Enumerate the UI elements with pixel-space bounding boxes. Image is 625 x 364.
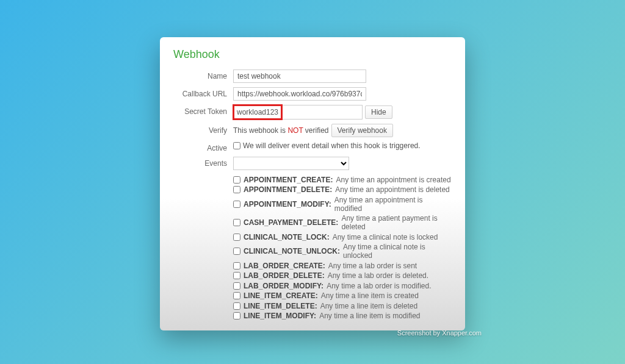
event-name: CLINICAL_NOTE_LOCK: [244,233,330,241]
label-url: Callback URL [173,87,233,98]
row-verify: Verify This webhook is NOT verified Veri… [173,124,452,137]
event-name: LAB_ORDER_CREATE: [244,262,325,270]
event-description: Any time a line item is modified [319,312,420,320]
row-url: Callback URL [173,87,452,101]
event-item: LINE_ITEM_CREATE:Any time a line item is… [233,291,452,300]
event-list: APPOINTMENT_CREATE:Any time an appointme… [233,176,452,321]
event-item: APPOINTMENT_MODIFY:Any time an appointme… [233,196,452,213]
active-checkbox[interactable] [233,142,240,149]
event-checkbox[interactable] [233,282,240,290]
label-events: Events [173,157,233,168]
event-description: Any time a clinical note is locked [333,233,438,241]
screenshot-watermark: Screenshot by Xnapper.com [397,329,482,337]
verify-status-text: This webhook is NOT verified [233,126,329,135]
event-item: CLINICAL_NOTE_LOCK:Any time a clinical n… [233,233,452,241]
event-item: APPOINTMENT_DELETE:Any time an appointme… [233,185,452,194]
event-checkbox[interactable] [233,201,240,208]
event-description: Any time an appointment is deleted [335,185,449,194]
event-description: Any time a lab order is sent [328,262,417,270]
event-description: Any time a lab order is deleted. [328,271,428,280]
webhook-form-card: Webhook Name Callback URL Secret Token w… [160,37,465,331]
event-description: Any time an appointment is modified [334,196,452,213]
verify-webhook-button[interactable]: Verify webhook [331,124,393,137]
event-name: CLINICAL_NOTE_UNLOCK: [244,247,340,255]
event-checkbox[interactable] [233,219,240,226]
event-description: Any time an appointment is created [336,176,450,184]
event-name: APPOINTMENT_MODIFY: [244,200,331,209]
event-description: Any time a line item is deleted [320,302,417,310]
event-checkbox[interactable] [233,234,240,241]
event-checkbox[interactable] [233,312,240,319]
event-item: LAB_ORDER_CREATE:Any time a lab order is… [233,262,452,270]
events-select[interactable] [233,157,349,170]
event-checkbox[interactable] [233,176,240,184]
token-highlight: workload123 [233,104,283,120]
event-item: CASH_PAYMENT_DELETE:Any time a patient p… [233,214,452,231]
active-description: We will deliver event detail when this h… [243,141,421,150]
event-item: APPOINTMENT_CREATE:Any time an appointme… [233,176,452,184]
event-checkbox[interactable] [233,272,240,279]
hide-token-button[interactable]: Hide [365,105,392,119]
form-title: Webhook [173,48,452,61]
row-token: Secret Token workload123 Hide [173,105,452,120]
event-name: LAB_ORDER_DELETE: [244,271,325,280]
callback-url-input[interactable] [233,87,366,101]
label-name: Name [173,70,233,80]
event-name: CASH_PAYMENT_DELETE: [244,218,338,227]
event-description: Any time a patient payment is deleted [341,214,452,231]
event-description: Any time a lab order is modified. [327,282,431,290]
event-checkbox[interactable] [233,248,240,255]
event-item: LAB_ORDER_DELETE:Any time a lab order is… [233,271,452,280]
event-description: Any time a line item is created [321,291,419,300]
label-verify: Verify [173,124,233,135]
event-name: APPOINTMENT_DELETE: [244,185,332,194]
event-item: LINE_ITEM_MODIFY:Any time a line item is… [233,312,452,320]
event-item: LAB_ORDER_MODIFY:Any time a lab order is… [233,282,452,290]
event-checkbox[interactable] [233,302,240,310]
event-name: LINE_ITEM_DELETE: [244,302,317,310]
event-name: LINE_ITEM_CREATE: [244,291,318,300]
verify-not-badge: NOT [287,126,303,135]
label-token: Secret Token [173,105,233,116]
label-active: Active [173,141,233,152]
row-active: Active We will deliver event detail when… [173,141,452,152]
event-checkbox[interactable] [233,262,240,269]
event-item: LINE_ITEM_DELETE:Any time a line item is… [233,302,452,310]
event-name: LAB_ORDER_MODIFY: [244,282,323,290]
event-description: Any time a clinical note is unlocked [343,243,452,260]
event-name: APPOINTMENT_CREATE: [244,176,333,184]
row-name: Name [173,70,452,83]
secret-token-input[interactable]: workload123 [233,105,363,120]
event-checkbox[interactable] [233,292,240,299]
event-checkbox[interactable] [233,186,240,193]
event-name: LINE_ITEM_MODIFY: [244,312,316,320]
event-item: CLINICAL_NOTE_UNLOCK:Any time a clinical… [233,243,452,260]
name-input[interactable] [233,70,366,83]
row-events: Events APPOINTMENT_CREATE:Any time an ap… [173,157,452,321]
